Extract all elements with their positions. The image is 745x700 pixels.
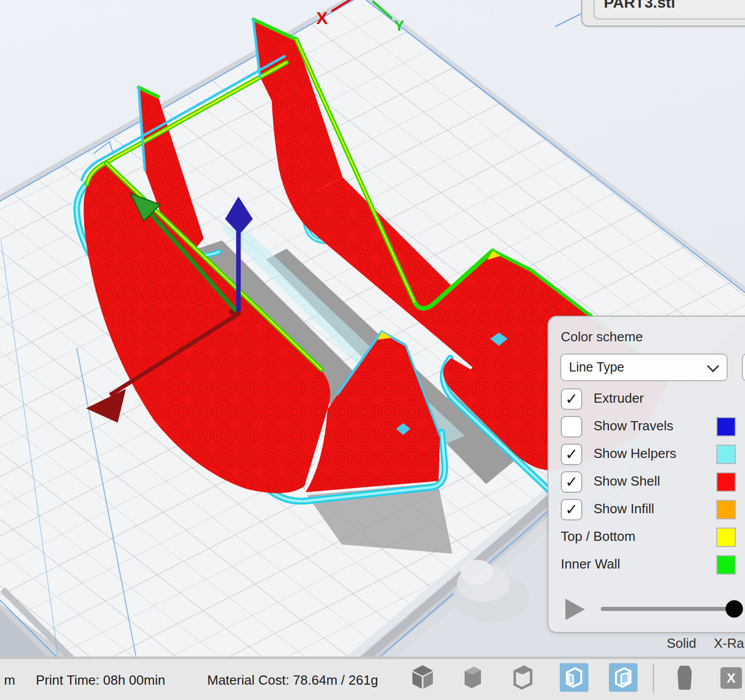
axis-x-label: X — [316, 8, 328, 28]
file-name-panel: PART3.stl — [581, 0, 745, 27]
inner-wall-label: Inner Wall — [561, 556, 620, 572]
color-scheme-dropdown[interactable]: Line Type — [560, 354, 728, 381]
chevron-down-icon — [707, 360, 719, 372]
view-top-icon[interactable] — [510, 663, 536, 692]
color-scheme-panel: Color scheme Line Type ✓ Extruder Show T… — [547, 316, 745, 633]
row-show-helpers: ✓ Show Helpers — [549, 444, 745, 472]
row-show-travels: Show Travels — [549, 417, 745, 444]
view-mode-xray[interactable]: X-Ra — [714, 636, 744, 651]
close-button[interactable]: X — [720, 667, 742, 689]
top-bottom-swatch — [716, 528, 736, 547]
row-show-shell: ✓ Show Shell — [549, 472, 745, 499]
view-mode-solid[interactable]: Solid — [667, 636, 696, 651]
show-infill-checkbox[interactable]: ✓ — [561, 499, 582, 520]
view-left-active-icon[interactable] — [560, 663, 588, 692]
clipped-left-text: m — [4, 672, 15, 688]
extruder-checkbox[interactable]: ✓ — [561, 388, 582, 410]
show-helpers-swatch — [716, 445, 736, 464]
show-infill-label: Show Infill — [594, 501, 654, 517]
extruder-color-dropdown[interactable] — [742, 354, 745, 381]
show-shell-label: Show Shell — [594, 473, 660, 489]
show-travels-checkbox[interactable] — [561, 416, 582, 438]
top-bottom-label: Top / Bottom — [561, 529, 636, 544]
material-cost-label: Material Cost: 78.64m / 261g — [207, 672, 378, 688]
file-name-label: PART3.stl — [604, 0, 675, 11]
show-travels-label: Show Travels — [594, 418, 673, 434]
row-inner-wall: Inner Wall — [549, 555, 745, 582]
print-time-label: Print Time: 08h 00min — [36, 672, 165, 688]
play-icon[interactable] — [565, 599, 585, 620]
view-right-active-icon[interactable] — [609, 663, 638, 692]
axis-y-label: Y — [394, 17, 404, 34]
inner-wall-swatch — [716, 555, 736, 575]
show-travels-swatch — [716, 417, 736, 436]
view-3d-icon[interactable] — [409, 663, 436, 692]
trash-icon[interactable] — [671, 663, 698, 692]
toolbar-divider — [653, 663, 654, 693]
cura-preview-window: X Y PART3.stl Color scheme Line Type — [0, 0, 745, 700]
row-extruder: ✓ Extruder — [549, 389, 745, 417]
show-helpers-checkbox[interactable]: ✓ — [561, 444, 582, 465]
show-infill-swatch — [716, 500, 736, 519]
layer-slider-handle[interactable] — [726, 600, 743, 618]
color-scheme-title: Color scheme — [561, 329, 643, 345]
show-shell-checkbox[interactable]: ✓ — [561, 471, 582, 493]
row-top-bottom: Top / Bottom — [549, 527, 745, 555]
color-scheme-dropdown-value: Line Type — [569, 360, 624, 375]
show-helpers-label: Show Helpers — [594, 446, 676, 462]
show-shell-swatch — [716, 472, 736, 492]
file-name-field[interactable]: PART3.stl — [594, 0, 745, 19]
extruder-label: Extruder — [594, 390, 644, 406]
layer-slider[interactable] — [601, 607, 736, 611]
view-front-icon[interactable] — [459, 663, 486, 692]
status-toolbar: m Print Time: 08h 00min Material Cost: 7… — [0, 657, 745, 700]
row-show-infill: ✓ Show Infill — [549, 499, 745, 527]
